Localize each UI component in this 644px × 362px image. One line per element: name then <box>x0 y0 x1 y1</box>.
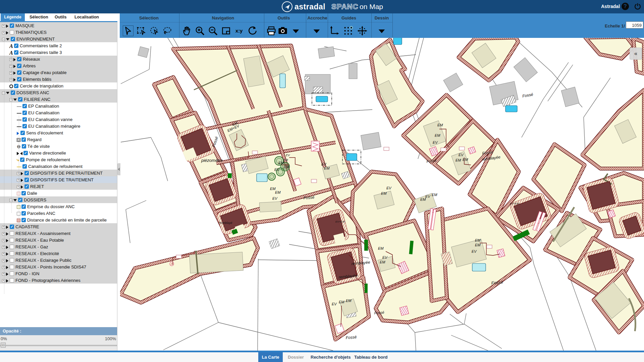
svg-text:x:y: x:y <box>235 28 243 34</box>
svg-text:piézomètre: piézomètre <box>201 158 223 163</box>
svg-text:EV: EV <box>272 196 278 200</box>
svg-text:EV: EV <box>286 154 290 157</box>
svg-text:Remblayé: Remblayé <box>219 221 232 225</box>
svg-text:EM: EM <box>463 158 468 162</box>
svg-text:EM: EM <box>435 133 440 137</box>
svg-text:EM: EM <box>455 158 461 162</box>
svg-text:Fossé: Fossé <box>345 335 357 340</box>
svg-text:EM: EM <box>475 243 481 247</box>
svg-text:EV: EV <box>332 302 337 306</box>
svg-text:EV: EV <box>433 140 438 144</box>
svg-text:EV: EV <box>274 168 280 172</box>
svg-text:EV: EV <box>321 162 327 166</box>
svg-text:EM: EM <box>339 300 344 304</box>
svg-text:EV: EV <box>425 194 431 198</box>
svg-text:EV: EV <box>459 153 464 157</box>
svg-text:EM: EM <box>380 260 385 264</box>
svg-text:EV+EM: EV+EM <box>335 220 345 223</box>
svg-text:EV: EV <box>382 255 388 259</box>
svg-text:EM: EM <box>378 246 384 250</box>
svg-text:EM: EM <box>432 193 437 197</box>
svg-text:EV+EM: EV+EM <box>510 202 519 205</box>
svg-text:EM: EM <box>475 238 481 242</box>
svg-text:Fossé: Fossé <box>491 280 503 286</box>
svg-text:EM: EM <box>324 166 330 170</box>
svg-text:EM: EM <box>283 165 289 169</box>
svg-text:EM: EM <box>278 161 284 165</box>
svg-text:EV: EV <box>472 249 477 253</box>
svg-text:EM: EM <box>346 299 352 303</box>
svg-text:Fossé: Fossé <box>303 195 315 200</box>
svg-text:EV: EV <box>386 186 392 190</box>
svg-text:P: P <box>171 262 173 266</box>
svg-text:EM: EM <box>283 158 288 162</box>
svg-text:EM: EM <box>437 123 443 127</box>
svg-text:EM: EM <box>381 191 387 195</box>
svg-text:EM: EM <box>275 190 281 194</box>
